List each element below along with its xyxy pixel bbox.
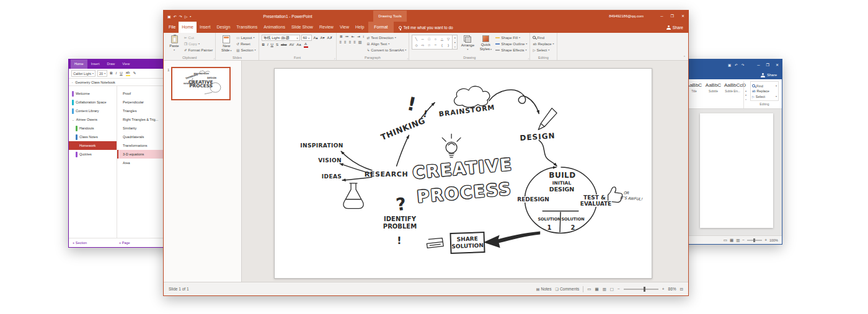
zoom-out-button[interactable]: −	[742, 238, 745, 242]
restore-button[interactable]: ❐	[763, 59, 773, 71]
undo-icon[interactable]: ↶	[174, 14, 177, 19]
underline-button[interactable]: U	[119, 71, 123, 76]
zoom-in-button[interactable]: +	[662, 287, 665, 291]
tab-slide-show[interactable]: Slide Show	[288, 22, 316, 33]
increase-font-size-button[interactable]: A▴	[313, 36, 319, 40]
notes-button[interactable]: ▤Notes	[536, 287, 552, 291]
section-item-handouts[interactable]: Handouts	[69, 124, 117, 133]
bold-button[interactable]: B	[109, 71, 113, 76]
line-spacing-icon[interactable]: ↕	[362, 35, 365, 39]
tab-view[interactable]: View	[337, 22, 352, 33]
share-button[interactable]: Share	[662, 22, 688, 33]
font-name-select[interactable]: Calibri Light ▾	[71, 70, 95, 77]
align-text-button[interactable]: ⊟Align Text▾	[367, 41, 407, 46]
paste-button[interactable]: Paste ▾	[166, 35, 182, 53]
font-color-button[interactable]: A	[303, 42, 309, 48]
shape-outline-button[interactable]: Shape Outline▾	[495, 41, 527, 46]
onenote-tab-insert[interactable]: Insert	[87, 59, 104, 69]
collapse-ribbon-icon[interactable]: ⌃	[683, 55, 686, 59]
style-subtle-emphasis[interactable]: AaBbCcD Subtle Em...	[724, 81, 741, 108]
font-size-select[interactable]: 20 ▾	[97, 70, 107, 77]
share-button[interactable]: Share	[761, 73, 782, 77]
scroll-down-icon[interactable]: ▾	[745, 94, 746, 97]
justify-icon[interactable]: ≡	[353, 40, 356, 45]
layout-button[interactable]: ▭Layout▾	[236, 35, 255, 40]
shape-fill-button[interactable]: Shape Fill▾	[495, 35, 527, 40]
section-button[interactable]: ▤Section▾	[236, 47, 255, 53]
columns-icon[interactable]: ▥	[358, 40, 363, 45]
find-button[interactable]: Find▾	[752, 84, 777, 88]
clear-formatting-button[interactable]: A✗	[327, 36, 334, 40]
add-section-button[interactable]: + Section	[73, 241, 87, 245]
section-group-aimee-owens[interactable]: ⌄Aimee Owens	[69, 115, 117, 124]
shape-rectangle-icon[interactable]: □	[428, 37, 430, 41]
account-email[interactable]: 849492186@qq.com	[609, 14, 644, 18]
onenote-tab-view[interactable]: View	[118, 59, 133, 69]
bullets-icon[interactable]: ≣	[339, 35, 343, 39]
shape-effects-button[interactable]: Shape Effects▾	[495, 47, 527, 53]
zoom-slider[interactable]	[624, 289, 658, 290]
tab-insert[interactable]: Insert	[197, 22, 214, 33]
zoom-slider-thumb[interactable]	[644, 287, 645, 292]
shape-triangle-down-icon[interactable]: ▽	[447, 37, 450, 41]
dialog-launcher-icon[interactable]: ⌟	[407, 56, 408, 59]
minimize-button[interactable]: ─	[657, 11, 666, 22]
tab-help[interactable]: Help	[352, 22, 367, 33]
format-painter-button[interactable]: ✐Format Painter	[184, 47, 213, 53]
bold-button[interactable]: B	[262, 43, 265, 47]
zoom-level[interactable]: 100%	[769, 238, 778, 242]
redo-icon[interactable]: ↷	[742, 63, 745, 67]
start-slideshow-icon[interactable]: ▷	[185, 14, 188, 19]
shape-triangle-icon[interactable]: △	[441, 37, 443, 41]
styles-gallery-scroll[interactable]: ▴ ▾ ▿	[743, 81, 748, 108]
save-icon[interactable]: ▣	[167, 14, 171, 19]
highlight-button[interactable]: ab	[125, 71, 131, 76]
scroll-up-icon[interactable]: ▴	[745, 89, 746, 92]
numbering-icon[interactable]: ≔	[345, 35, 350, 39]
undo-icon[interactable]: ↶	[735, 63, 738, 67]
print-layout-view-icon[interactable]: ▦	[730, 238, 733, 243]
scroll-up-icon[interactable]: ▴	[454, 36, 456, 39]
comments-button[interactable]: ❏Comments	[555, 287, 579, 291]
dialog-launcher-icon[interactable]: ⌟	[528, 56, 529, 59]
close-button[interactable]: ✕	[678, 11, 688, 22]
align-right-icon[interactable]: ≡	[348, 40, 352, 45]
replace-button[interactable]: abReplace	[752, 89, 777, 93]
quick-styles-button[interactable]: Quick Styles▾	[477, 35, 494, 53]
onenote-tab-draw[interactable]: Draw	[103, 59, 118, 69]
fit-slide-to-window-button[interactable]: ⊡	[680, 287, 683, 292]
save-icon[interactable]: ▣	[728, 63, 731, 67]
cut-button[interactable]: ✂Cut	[184, 35, 213, 40]
web-layout-view-icon[interactable]: ▥	[736, 238, 740, 243]
shape-ellipse-icon[interactable]: ○	[435, 37, 436, 41]
font-size-combo[interactable]: 60▾	[301, 35, 312, 41]
close-button[interactable]: ✕	[773, 59, 782, 71]
shape-arc-icon[interactable]: ⌣	[435, 43, 437, 47]
text-shadow-button[interactable]: S	[275, 43, 279, 47]
align-left-icon[interactable]: ≡	[339, 40, 343, 45]
text-direction-button[interactable]: ⇄Text Direction▾	[367, 35, 407, 40]
strikethrough-button[interactable]: abc	[280, 43, 288, 47]
shapes-gallery[interactable]: ╲ ─ □ ○ △ ▽ ◇ ⇨ ☆ ⌣ { }	[412, 35, 453, 50]
tab-format[interactable]: Format	[371, 22, 391, 33]
dialog-launcher-icon[interactable]: ⌟	[334, 56, 335, 59]
section-item-collaboration-space[interactable]: Collaboration Space	[69, 98, 117, 107]
font-name-combo[interactable]: 等线 Light (标题▾	[262, 35, 300, 41]
zoom-level[interactable]: 86%	[668, 287, 676, 291]
zoom-slider-thumb[interactable]	[753, 238, 755, 242]
italic-button[interactable]: I	[115, 71, 118, 76]
shape-line-icon[interactable]: ╲	[415, 37, 417, 41]
slide-thumbnail[interactable]: CREATIVE PROCESS THINKING BRAINSTORM DES…	[171, 67, 231, 100]
dialog-launcher-icon[interactable]: ⌟	[213, 56, 215, 59]
shape-star-icon[interactable]: ☆	[428, 43, 431, 47]
tab-file[interactable]: File	[166, 22, 179, 33]
shape-brace-left-icon[interactable]: {	[441, 43, 443, 47]
gallery-more-icon[interactable]: ▿	[745, 98, 746, 101]
slide-sorter-view-button[interactable]: ▦	[595, 287, 598, 292]
zoom-slider[interactable]	[747, 240, 762, 241]
section-item-quizzes[interactable]: Quizzes	[69, 150, 117, 159]
find-button[interactable]: Find	[533, 35, 554, 40]
underline-button[interactable]: U	[270, 43, 274, 47]
tab-home[interactable]: Home	[179, 22, 197, 33]
italic-button[interactable]: I	[267, 43, 269, 47]
